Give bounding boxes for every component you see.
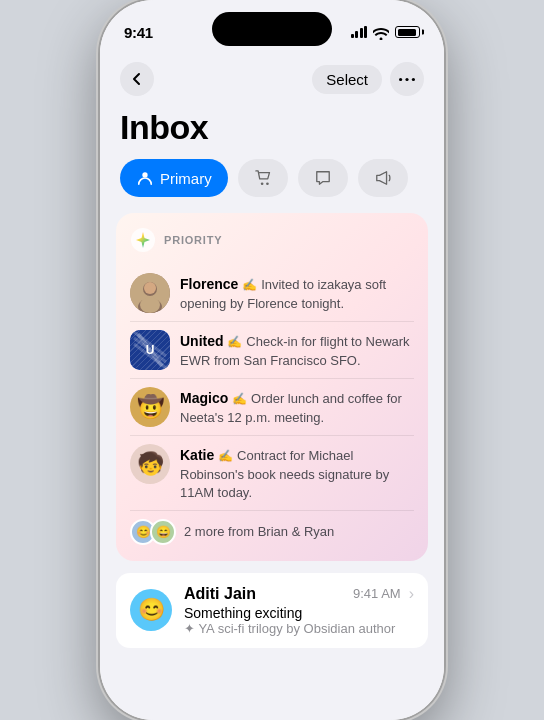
priority-text-florence: Florence ✍ Invited to izakaya soft openi…: [180, 273, 414, 312]
sender-katie: Katie: [180, 447, 214, 463]
avatar-magico: 🤠: [130, 387, 170, 427]
priority-label: PRIORITY: [164, 234, 222, 246]
inbox-preview-aditi: ✦ YA sci-fi trilogy by Obsidian author: [184, 621, 414, 636]
inbox-top-aditi: Aditi Jain 9:41 AM ›: [184, 585, 414, 603]
svg-rect-12: [130, 330, 170, 370]
tab-primary-label: Primary: [160, 170, 212, 187]
svg-point-11: [140, 297, 160, 313]
priority-item-katie[interactable]: 🧒 Katie ✍ Contract for Michael Robinson'…: [130, 436, 414, 511]
phone-frame: 9:41: [100, 0, 444, 720]
svg-point-3: [142, 172, 147, 177]
nav-actions: Select: [312, 62, 424, 96]
priority-card: PRIORITY Florence ✍: [116, 213, 428, 561]
more-row[interactable]: 😊 😄 2 more from Brian & Ryan: [130, 511, 414, 547]
battery-icon: [395, 26, 420, 38]
inbox-subject-aditi: Something exciting: [184, 605, 414, 621]
nav-bar: Select: [100, 54, 444, 104]
mini-avatar-ryan: 😄: [150, 519, 176, 545]
tab-shopping[interactable]: [238, 159, 288, 197]
sender-florence: Florence: [180, 276, 238, 292]
priority-sparkle-icon: [130, 227, 156, 253]
status-time: 9:41: [124, 24, 153, 41]
select-button[interactable]: Select: [312, 65, 382, 94]
megaphone-icon: [374, 169, 392, 187]
svg-point-1: [405, 77, 408, 80]
svg-point-0: [399, 77, 402, 80]
dynamic-island: [212, 12, 332, 46]
priority-text-magico: Magico ✍ Order lunch and coffee for Neet…: [180, 387, 414, 426]
priority-text-united: United ✍ Check-in for flight to Newark E…: [180, 330, 414, 369]
more-button[interactable]: [390, 62, 424, 96]
svg-point-4: [260, 182, 263, 185]
wifi-icon: [373, 26, 389, 38]
priority-item-united[interactable]: U United ✍ Check-in for flight to Newark…: [130, 322, 414, 379]
tab-messages[interactable]: [298, 159, 348, 197]
screen: 9:41: [100, 0, 444, 720]
tab-primary[interactable]: Primary: [120, 159, 228, 197]
avatar-florence: [130, 273, 170, 313]
tab-bar: Primary: [100, 159, 444, 213]
more-text: 2 more from Brian & Ryan: [184, 524, 334, 539]
avatar-aditi: 😊: [130, 589, 172, 631]
inbox-list: 😊 Aditi Jain 9:41 AM › Something excitin…: [116, 573, 428, 648]
signal-bars-icon: [351, 26, 368, 38]
svg-point-10: [144, 282, 156, 294]
person-icon: [136, 169, 154, 187]
back-button[interactable]: [120, 62, 154, 96]
inbox-time-aditi: 9:41 AM: [353, 586, 401, 601]
priority-item-magico[interactable]: 🤠 Magico ✍ Order lunch and coffee for Ne…: [130, 379, 414, 436]
sender-magico: Magico: [180, 390, 228, 406]
svg-point-5: [266, 182, 269, 185]
inbox-content-aditi: Aditi Jain 9:41 AM › Something exciting …: [184, 585, 414, 636]
avatar-katie: 🧒: [130, 444, 170, 484]
page-title: Inbox: [100, 104, 444, 159]
more-avatars: 😊 😄: [130, 519, 176, 545]
cart-icon: [254, 169, 272, 187]
inbox-sender-aditi: Aditi Jain: [184, 585, 256, 603]
priority-text-katie: Katie ✍ Contract for Michael Robinson's …: [180, 444, 414, 502]
tab-updates[interactable]: [358, 159, 408, 197]
svg-point-2: [412, 77, 415, 80]
priority-header: PRIORITY: [130, 227, 414, 253]
priority-item-florence[interactable]: Florence ✍ Invited to izakaya soft openi…: [130, 265, 414, 322]
inbox-item-aditi[interactable]: 😊 Aditi Jain 9:41 AM › Something excitin…: [116, 573, 428, 648]
avatar-united: U: [130, 330, 170, 370]
bubble-icon: [314, 169, 332, 187]
svg-text:U: U: [146, 343, 155, 357]
sender-united: United: [180, 333, 224, 349]
chevron-right-icon: ›: [409, 585, 414, 603]
status-icons: [351, 26, 421, 38]
